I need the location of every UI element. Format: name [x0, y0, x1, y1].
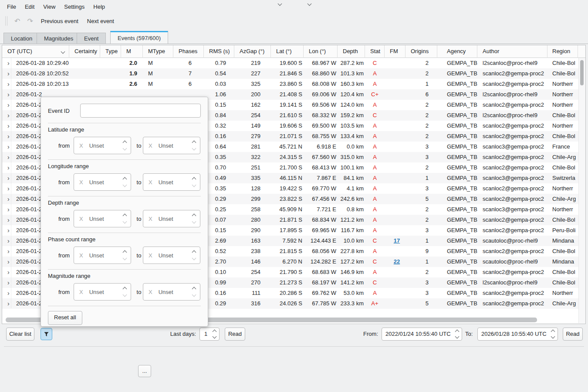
expand-chevron-icon[interactable]: › — [7, 110, 10, 121]
clear-value-icon[interactable]: X — [149, 179, 152, 186]
column-header-lat[interactable]: Lat (°) — [271, 45, 304, 58]
spin-down-icon[interactable] — [192, 220, 196, 224]
spin-down-icon[interactable] — [123, 256, 127, 260]
phase-count-range-from-spinbox[interactable]: XUnset — [74, 247, 131, 264]
toolbar-handle[interactable] — [5, 16, 7, 26]
clear-value-icon[interactable]: X — [149, 289, 152, 295]
expand-chevron-icon[interactable]: › — [7, 204, 10, 215]
expand-chevron-icon[interactable]: › — [7, 131, 10, 142]
tab-events-597-600[interactable]: Events (597/600) — [110, 31, 168, 44]
menu-view[interactable]: View — [39, 2, 60, 12]
tab-location[interactable]: Location — [3, 33, 40, 44]
expand-chevron-icon[interactable]: › — [7, 68, 10, 79]
expand-chevron-icon[interactable]: › — [7, 58, 10, 68]
column-header-mtype[interactable]: MType — [143, 45, 173, 58]
previous-event-button[interactable]: Previous event — [37, 16, 83, 26]
longitude-range-from-spinbox[interactable]: XUnset — [74, 173, 131, 191]
expand-chevron-icon[interactable]: › — [7, 246, 10, 257]
reset-all-button[interactable]: Reset all — [48, 311, 82, 325]
column-header-m[interactable]: M — [121, 45, 143, 58]
column-header-type[interactable]: Type — [100, 45, 121, 58]
menu-file[interactable]: File — [3, 2, 20, 12]
expand-chevron-icon[interactable]: › — [7, 267, 10, 277]
spin-up-icon[interactable] — [123, 214, 127, 218]
tab-magnitudes[interactable]: Magnitudes — [37, 33, 81, 44]
spin-down-icon[interactable] — [123, 293, 127, 297]
column-header-author[interactable]: Author — [477, 45, 547, 58]
column-header-agency[interactable]: Agency — [437, 45, 477, 58]
expand-chevron-icon[interactable]: › — [7, 79, 10, 89]
clear-value-icon[interactable]: X — [149, 216, 152, 222]
vertical-scrollbar-handle[interactable] — [580, 60, 584, 85]
column-header-fm[interactable]: FM — [385, 45, 406, 58]
expand-chevron-icon[interactable]: › — [7, 162, 10, 173]
spin-up-icon[interactable] — [551, 330, 555, 334]
column-header-azgap[interactable]: AzGap (°) — [234, 45, 271, 58]
expand-chevron-icon[interactable]: › — [7, 89, 10, 100]
clear-list-button[interactable]: Clear list — [6, 328, 34, 341]
redo-icon[interactable]: ↷ — [24, 16, 36, 26]
read-range-button[interactable]: Read — [563, 328, 583, 341]
column-header-region[interactable]: Region — [547, 45, 578, 58]
depth-range-to-spinbox[interactable]: XUnset — [143, 210, 200, 227]
spin-up-icon[interactable] — [123, 250, 127, 255]
spin-up-icon[interactable] — [192, 214, 196, 218]
clear-value-icon[interactable]: X — [149, 142, 152, 149]
spin-down-icon[interactable] — [192, 256, 196, 260]
menu-edit[interactable]: Edit — [20, 2, 39, 12]
region-browse-button[interactable]: ... — [138, 365, 151, 377]
expand-chevron-icon[interactable]: › — [7, 152, 10, 162]
read-last-days-button[interactable]: Read — [225, 328, 245, 341]
menu-help[interactable]: Help — [89, 2, 109, 12]
expand-chevron-icon[interactable]: › — [7, 100, 10, 110]
column-header-lon[interactable]: Lon (°) — [304, 45, 338, 58]
spin-up-icon[interactable] — [123, 141, 127, 145]
clear-value-icon[interactable]: X — [79, 289, 83, 295]
vertical-scrollbar[interactable] — [578, 58, 585, 323]
menu-settings[interactable]: Settings — [60, 2, 89, 12]
tab-event[interactable]: Event — [77, 33, 106, 44]
latitude-range-from-spinbox[interactable]: XUnset — [74, 137, 131, 154]
expand-chevron-icon[interactable]: › — [7, 194, 10, 204]
column-header-rms[interactable]: RMS (s) — [204, 45, 234, 58]
spin-down-icon[interactable] — [192, 146, 196, 151]
depth-range-from-spinbox[interactable]: XUnset — [74, 210, 131, 227]
column-header-depth[interactable]: Depth — [338, 45, 365, 58]
expand-chevron-icon[interactable]: › — [7, 173, 10, 183]
event-id-input[interactable] — [80, 104, 201, 118]
expand-chevron-icon[interactable]: › — [7, 215, 10, 225]
spin-down-icon[interactable] — [551, 335, 555, 339]
spin-up-icon[interactable] — [192, 141, 196, 145]
filter-toggle-button[interactable] — [41, 328, 52, 340]
expand-chevron-icon[interactable]: › — [7, 277, 10, 288]
latitude-range-to-spinbox[interactable]: XUnset — [143, 137, 200, 154]
expand-chevron-icon[interactable]: › — [7, 142, 10, 152]
expand-chevron-icon[interactable]: › — [7, 183, 10, 194]
to-datetime-spinbox[interactable]: 2026/01/28 10:55:40 UTC — [477, 328, 558, 341]
event-row[interactable]: ›2026-01-28 10:20:521.9M70.5422721.846 S… — [2, 68, 579, 79]
phase-count-range-to-spinbox[interactable]: XUnset — [143, 247, 200, 264]
spin-down-icon[interactable] — [123, 220, 127, 224]
clear-value-icon[interactable]: X — [149, 252, 152, 259]
undo-icon[interactable]: ↶ — [11, 16, 24, 26]
expand-chevron-icon[interactable]: › — [7, 288, 10, 298]
spin-up-icon[interactable] — [192, 250, 196, 255]
spin-up-icon[interactable] — [455, 330, 460, 334]
magnitude-range-to-spinbox[interactable]: XUnset — [143, 283, 200, 301]
longitude-range-to-spinbox[interactable]: XUnset — [143, 173, 200, 191]
event-row[interactable]: ›2026-01-28 10:29:402.0M60.7921919.600 S… — [2, 58, 579, 68]
clear-value-icon[interactable]: X — [79, 142, 83, 149]
column-header-phases[interactable]: Phases — [173, 45, 204, 58]
from-datetime-spinbox[interactable]: 2022/01/24 10:55:40 UTC — [382, 328, 462, 341]
spin-up-icon[interactable] — [213, 330, 217, 334]
spin-down-icon[interactable] — [192, 293, 196, 297]
clear-value-icon[interactable]: X — [79, 179, 83, 186]
expand-chevron-icon[interactable]: › — [7, 121, 10, 131]
spin-up-icon[interactable] — [123, 177, 127, 182]
expand-chevron-icon[interactable]: › — [7, 236, 10, 246]
spin-up-icon[interactable] — [192, 177, 196, 182]
spin-down-icon[interactable] — [123, 183, 127, 187]
spin-down-icon[interactable] — [213, 335, 217, 339]
event-row[interactable]: ›2026-01-28 10:20:132.6M60.0332523.860 S… — [2, 79, 579, 89]
spin-up-icon[interactable] — [192, 287, 196, 291]
